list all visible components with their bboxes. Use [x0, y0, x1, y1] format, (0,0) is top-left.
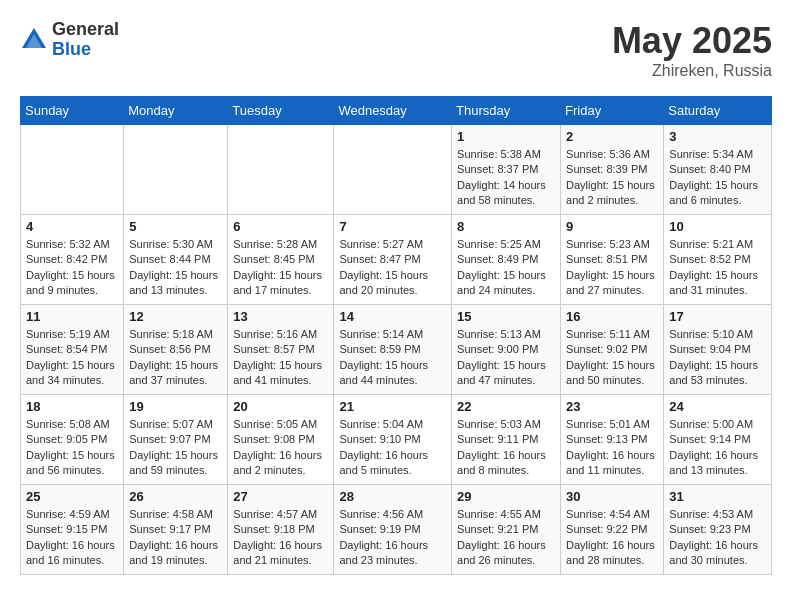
day-number: 10 [669, 219, 766, 234]
calendar-cell: 4Sunrise: 5:32 AMSunset: 8:42 PMDaylight… [21, 215, 124, 305]
calendar-cell: 5Sunrise: 5:30 AMSunset: 8:44 PMDaylight… [124, 215, 228, 305]
day-info: Sunrise: 5:10 AMSunset: 9:04 PMDaylight:… [669, 327, 766, 389]
calendar-cell: 16Sunrise: 5:11 AMSunset: 9:02 PMDayligh… [561, 305, 664, 395]
day-info: Sunrise: 5:38 AMSunset: 8:37 PMDaylight:… [457, 147, 555, 209]
day-number: 21 [339, 399, 446, 414]
calendar-cell [228, 125, 334, 215]
day-number: 16 [566, 309, 658, 324]
day-info: Sunrise: 5:11 AMSunset: 9:02 PMDaylight:… [566, 327, 658, 389]
day-number: 27 [233, 489, 328, 504]
day-info: Sunrise: 5:00 AMSunset: 9:14 PMDaylight:… [669, 417, 766, 479]
calendar-cell: 26Sunrise: 4:58 AMSunset: 9:17 PMDayligh… [124, 485, 228, 575]
day-number: 5 [129, 219, 222, 234]
calendar-cell: 31Sunrise: 4:53 AMSunset: 9:23 PMDayligh… [664, 485, 772, 575]
day-number: 17 [669, 309, 766, 324]
weekday-header-sunday: Sunday [21, 97, 124, 125]
day-info: Sunrise: 5:25 AMSunset: 8:49 PMDaylight:… [457, 237, 555, 299]
calendar-cell: 6Sunrise: 5:28 AMSunset: 8:45 PMDaylight… [228, 215, 334, 305]
calendar-cell: 13Sunrise: 5:16 AMSunset: 8:57 PMDayligh… [228, 305, 334, 395]
day-number: 3 [669, 129, 766, 144]
day-number: 26 [129, 489, 222, 504]
day-number: 24 [669, 399, 766, 414]
weekday-header-tuesday: Tuesday [228, 97, 334, 125]
day-number: 20 [233, 399, 328, 414]
day-number: 15 [457, 309, 555, 324]
day-info: Sunrise: 4:57 AMSunset: 9:18 PMDaylight:… [233, 507, 328, 569]
day-info: Sunrise: 5:08 AMSunset: 9:05 PMDaylight:… [26, 417, 118, 479]
day-number: 12 [129, 309, 222, 324]
calendar-subtitle: Zhireken, Russia [612, 62, 772, 80]
day-number: 29 [457, 489, 555, 504]
calendar-cell: 27Sunrise: 4:57 AMSunset: 9:18 PMDayligh… [228, 485, 334, 575]
calendar-cell: 8Sunrise: 5:25 AMSunset: 8:49 PMDaylight… [452, 215, 561, 305]
calendar-table: SundayMondayTuesdayWednesdayThursdayFrid… [20, 96, 772, 575]
calendar-week-row: 25Sunrise: 4:59 AMSunset: 9:15 PMDayligh… [21, 485, 772, 575]
calendar-cell: 10Sunrise: 5:21 AMSunset: 8:52 PMDayligh… [664, 215, 772, 305]
calendar-cell [124, 125, 228, 215]
day-number: 4 [26, 219, 118, 234]
day-number: 28 [339, 489, 446, 504]
day-info: Sunrise: 5:28 AMSunset: 8:45 PMDaylight:… [233, 237, 328, 299]
day-number: 8 [457, 219, 555, 234]
day-number: 30 [566, 489, 658, 504]
day-info: Sunrise: 5:32 AMSunset: 8:42 PMDaylight:… [26, 237, 118, 299]
day-number: 7 [339, 219, 446, 234]
day-number: 1 [457, 129, 555, 144]
day-info: Sunrise: 4:53 AMSunset: 9:23 PMDaylight:… [669, 507, 766, 569]
weekday-header-wednesday: Wednesday [334, 97, 452, 125]
day-info: Sunrise: 5:07 AMSunset: 9:07 PMDaylight:… [129, 417, 222, 479]
calendar-cell: 21Sunrise: 5:04 AMSunset: 9:10 PMDayligh… [334, 395, 452, 485]
calendar-cell: 9Sunrise: 5:23 AMSunset: 8:51 PMDaylight… [561, 215, 664, 305]
day-number: 6 [233, 219, 328, 234]
day-info: Sunrise: 5:21 AMSunset: 8:52 PMDaylight:… [669, 237, 766, 299]
day-number: 9 [566, 219, 658, 234]
calendar-cell [21, 125, 124, 215]
day-info: Sunrise: 5:01 AMSunset: 9:13 PMDaylight:… [566, 417, 658, 479]
day-number: 14 [339, 309, 446, 324]
day-number: 18 [26, 399, 118, 414]
day-info: Sunrise: 4:59 AMSunset: 9:15 PMDaylight:… [26, 507, 118, 569]
weekday-header-saturday: Saturday [664, 97, 772, 125]
day-info: Sunrise: 5:27 AMSunset: 8:47 PMDaylight:… [339, 237, 446, 299]
calendar-cell [334, 125, 452, 215]
logo-icon [20, 26, 48, 54]
day-info: Sunrise: 4:55 AMSunset: 9:21 PMDaylight:… [457, 507, 555, 569]
day-info: Sunrise: 4:56 AMSunset: 9:19 PMDaylight:… [339, 507, 446, 569]
calendar-cell: 24Sunrise: 5:00 AMSunset: 9:14 PMDayligh… [664, 395, 772, 485]
weekday-header-monday: Monday [124, 97, 228, 125]
calendar-cell: 28Sunrise: 4:56 AMSunset: 9:19 PMDayligh… [334, 485, 452, 575]
calendar-cell: 12Sunrise: 5:18 AMSunset: 8:56 PMDayligh… [124, 305, 228, 395]
logo-general-text: General [52, 20, 119, 40]
calendar-cell: 25Sunrise: 4:59 AMSunset: 9:15 PMDayligh… [21, 485, 124, 575]
calendar-cell: 7Sunrise: 5:27 AMSunset: 8:47 PMDaylight… [334, 215, 452, 305]
day-number: 23 [566, 399, 658, 414]
calendar-cell: 20Sunrise: 5:05 AMSunset: 9:08 PMDayligh… [228, 395, 334, 485]
day-info: Sunrise: 5:14 AMSunset: 8:59 PMDaylight:… [339, 327, 446, 389]
calendar-cell: 2Sunrise: 5:36 AMSunset: 8:39 PMDaylight… [561, 125, 664, 215]
calendar-week-row: 18Sunrise: 5:08 AMSunset: 9:05 PMDayligh… [21, 395, 772, 485]
day-info: Sunrise: 5:30 AMSunset: 8:44 PMDaylight:… [129, 237, 222, 299]
day-info: Sunrise: 5:04 AMSunset: 9:10 PMDaylight:… [339, 417, 446, 479]
day-number: 13 [233, 309, 328, 324]
calendar-cell: 30Sunrise: 4:54 AMSunset: 9:22 PMDayligh… [561, 485, 664, 575]
calendar-cell: 1Sunrise: 5:38 AMSunset: 8:37 PMDaylight… [452, 125, 561, 215]
logo-blue-text: Blue [52, 40, 119, 60]
logo: General Blue [20, 20, 119, 60]
calendar-cell: 22Sunrise: 5:03 AMSunset: 9:11 PMDayligh… [452, 395, 561, 485]
weekday-header-row: SundayMondayTuesdayWednesdayThursdayFrid… [21, 97, 772, 125]
calendar-cell: 14Sunrise: 5:14 AMSunset: 8:59 PMDayligh… [334, 305, 452, 395]
day-number: 25 [26, 489, 118, 504]
calendar-cell: 18Sunrise: 5:08 AMSunset: 9:05 PMDayligh… [21, 395, 124, 485]
day-info: Sunrise: 5:19 AMSunset: 8:54 PMDaylight:… [26, 327, 118, 389]
day-info: Sunrise: 5:13 AMSunset: 9:00 PMDaylight:… [457, 327, 555, 389]
day-info: Sunrise: 5:34 AMSunset: 8:40 PMDaylight:… [669, 147, 766, 209]
page-header: General Blue May 2025 Zhireken, Russia [20, 20, 772, 80]
day-info: Sunrise: 5:05 AMSunset: 9:08 PMDaylight:… [233, 417, 328, 479]
weekday-header-thursday: Thursday [452, 97, 561, 125]
calendar-week-row: 4Sunrise: 5:32 AMSunset: 8:42 PMDaylight… [21, 215, 772, 305]
calendar-cell: 19Sunrise: 5:07 AMSunset: 9:07 PMDayligh… [124, 395, 228, 485]
calendar-cell: 3Sunrise: 5:34 AMSunset: 8:40 PMDaylight… [664, 125, 772, 215]
day-info: Sunrise: 4:58 AMSunset: 9:17 PMDaylight:… [129, 507, 222, 569]
calendar-cell: 17Sunrise: 5:10 AMSunset: 9:04 PMDayligh… [664, 305, 772, 395]
day-info: Sunrise: 5:03 AMSunset: 9:11 PMDaylight:… [457, 417, 555, 479]
